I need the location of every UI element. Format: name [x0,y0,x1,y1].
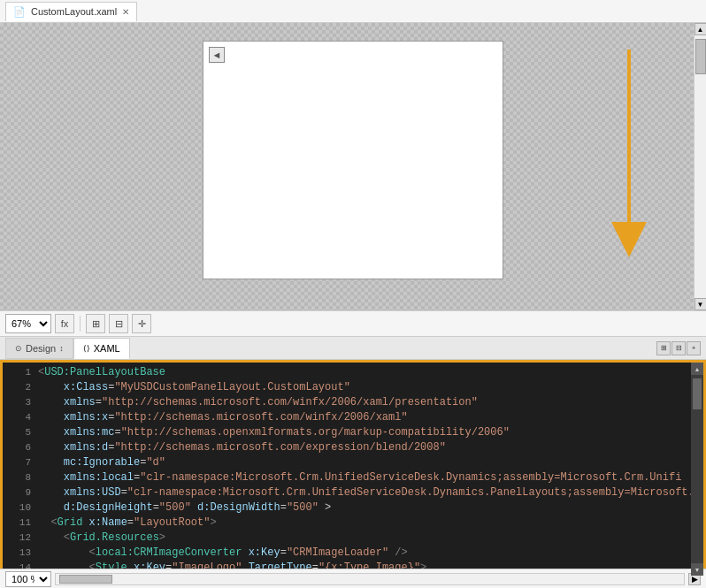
xml-line-3: 3 xmlns="http://schemas.microsoft.com/wi… [3,396,691,411]
grid-view-button[interactable]: ⊞ [86,314,105,333]
xml-line-4: 4 xmlns:x="http://schemas.microsoft.com/… [3,411,691,426]
toolbar-row: 67% fx ⊞ ⊟ ✛ [0,310,706,337]
cross-button[interactable]: ✛ [132,314,151,333]
title-tab[interactable]: 📄 CustomLayout.xaml ✕ [5,2,137,21]
panel-toggle-2[interactable]: ⊟ [671,341,686,355]
scroll-thumb[interactable] [695,39,706,74]
editor-scroll-up[interactable]: ▲ [691,363,703,375]
tab-design-arrow: ↕ [59,344,64,353]
tab-design[interactable]: ⊙ Design ↕ [5,338,73,359]
xaml-icon: ⟨⟩ [83,344,90,353]
tab-xaml[interactable]: ⟨⟩ XAML [73,338,130,359]
xml-line-6: 6 xmlns:d="http://schemas.microsoft.com/… [3,441,691,456]
canvas-area: ◄ ▲ ▼ [0,23,706,310]
svg-marker-1 [611,222,647,257]
tab-row: ⊙ Design ↕ ⟨⟩ XAML ⊞ ⊟ + [0,337,706,360]
xaml-panel: ◄ [203,41,503,279]
panel-toggle-3[interactable]: + [687,341,701,355]
xml-line-7: 7 mc:Ignorable="d" [3,456,691,471]
xml-line-2: 2 x:Class="MyUSDCustomPanelLayout.Custom… [3,381,691,396]
xml-line-11: 11 <Grid x:Name="LayoutRoot" > [3,516,691,531]
xml-line-13: 13 <local:CRMImageConverter x:Key="CRMIm… [3,546,691,561]
toolbar-separator [80,316,81,332]
zoom-select[interactable]: 67% [5,314,51,333]
xml-line-8: 8 xmlns:local="clr-namespace:Microsoft.C… [3,471,691,486]
editor-vscrollbar[interactable]: ▲ ▼ [691,363,703,576]
split-view-button[interactable]: ⊟ [109,314,128,333]
xml-line-9: 9 xmlns:USD="clr-namespace:Microsoft.Crm… [3,486,691,501]
scroll-up-button[interactable]: ▲ [694,23,707,35]
xml-line-12: 12 <Grid.Resources> [3,531,691,546]
editor-scroll-down[interactable]: ▼ [691,563,703,576]
tab-design-label: Design [26,343,56,354]
title-bar: 📄 CustomLayout.xaml ✕ [0,0,706,23]
main-wrapper: 📄 CustomLayout.xaml ✕ ◄ ▲ ▼ 67% [0,0,706,588]
xml-editor[interactable]: ▲ ▼ 1 <USD:PanelLayoutBase 2 x:Class="My… [0,360,706,578]
h-scrollbar[interactable] [55,573,685,585]
scroll-down-button[interactable]: ▼ [694,298,707,310]
file-icon: 📄 [13,6,26,18]
bottom-zoom-select[interactable]: 100 % [5,571,51,587]
close-tab-button[interactable]: ✕ [122,7,129,17]
xml-line-1: 1 <USD:PanelLayoutBase [3,366,691,381]
tab-filename: CustomLayout.xaml [31,6,117,17]
bottom-bar: 100 % ▶ [0,569,706,588]
collapse-button[interactable]: ◄ [209,47,225,63]
xml-content: 1 <USD:PanelLayoutBase 2 x:Class="MyUSDC… [3,363,703,576]
fx-button[interactable]: fx [55,314,74,333]
xml-line-5: 5 xmlns:mc="http://schemas.openxmlformat… [3,426,691,441]
xml-line-10: 10 d:DesignHeight="500" d:DesignWidth="5… [3,501,691,516]
orange-arrow-annotation [607,50,651,279]
canvas-vscrollbar[interactable]: ▲ ▼ [694,23,706,310]
panel-toggle-1[interactable]: ⊞ [656,341,671,355]
h-scroll-thumb[interactable] [59,575,112,584]
tab-xaml-label: XAML [94,343,120,354]
editor-scroll-thumb[interactable] [693,378,702,409]
design-icon: ⊙ [15,344,22,353]
